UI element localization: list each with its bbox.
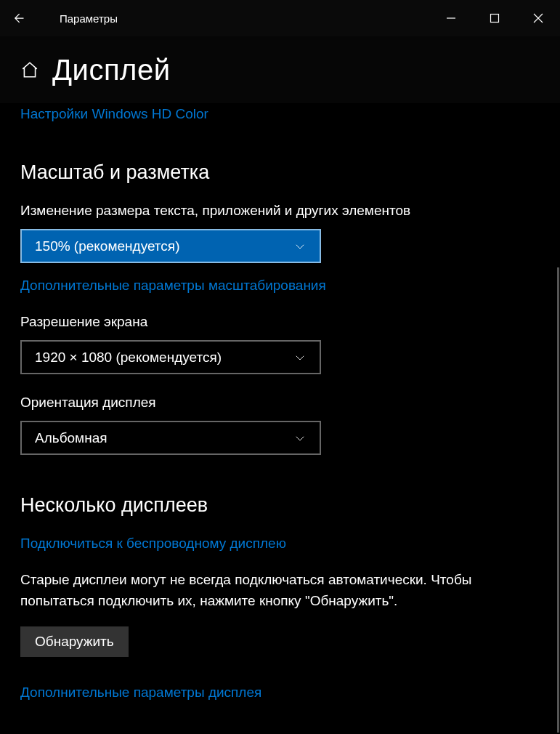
scrollbar[interactable] <box>557 267 559 733</box>
dropdown-resolution-value: 1920 × 1080 (рекомендуется) <box>35 350 222 366</box>
label-scale: Изменение размера текста, приложений и д… <box>20 203 540 219</box>
chevron-down-icon <box>293 240 307 253</box>
dropdown-resolution[interactable]: 1920 × 1080 (рекомендуется) <box>20 340 321 374</box>
content-area: Настройки Windows HD Color Масштаб и раз… <box>0 106 560 701</box>
minimize-button[interactable] <box>429 0 473 36</box>
minimize-icon <box>446 13 456 23</box>
text-detect-info: Старые дисплеи могут не всегда подключат… <box>20 569 540 612</box>
maximize-button[interactable] <box>473 0 516 36</box>
dropdown-scale[interactable]: 150% (рекомендуется) <box>20 229 321 263</box>
dropdown-orientation[interactable]: Альбомная <box>20 421 321 455</box>
detect-button-label: Обнаружить <box>35 634 114 649</box>
detect-button[interactable]: Обнаружить <box>20 626 129 657</box>
dropdown-scale-value: 150% (рекомендуется) <box>35 238 179 254</box>
arrow-left-icon <box>11 11 25 25</box>
label-resolution: Разрешение экрана <box>20 314 540 330</box>
link-advanced-scaling[interactable]: Дополнительные параметры масштабирования <box>20 278 540 294</box>
svg-rect-0 <box>491 15 499 23</box>
link-wireless-display[interactable]: Подключиться к беспроводному дисплею <box>20 536 540 552</box>
page-header: Дисплей <box>0 36 560 103</box>
close-icon <box>533 13 543 23</box>
link-hd-color[interactable]: Настройки Windows HD Color <box>20 106 540 122</box>
titlebar: Параметры <box>0 0 560 36</box>
back-button[interactable] <box>0 0 36 36</box>
label-orientation: Ориентация дисплея <box>20 395 540 411</box>
section-heading-scale: Масштаб и разметка <box>20 161 540 184</box>
link-advanced-display[interactable]: Дополнительные параметры дисплея <box>20 685 540 701</box>
window-title: Параметры <box>60 12 118 25</box>
section-heading-multi: Несколько дисплеев <box>20 494 540 517</box>
page-title: Дисплей <box>52 54 171 86</box>
close-button[interactable] <box>516 0 560 36</box>
chevron-down-icon <box>293 351 307 364</box>
home-icon[interactable] <box>20 60 39 79</box>
dropdown-orientation-value: Альбомная <box>35 430 107 446</box>
maximize-icon <box>490 13 500 23</box>
chevron-down-icon <box>293 432 307 445</box>
window-controls <box>429 0 560 36</box>
